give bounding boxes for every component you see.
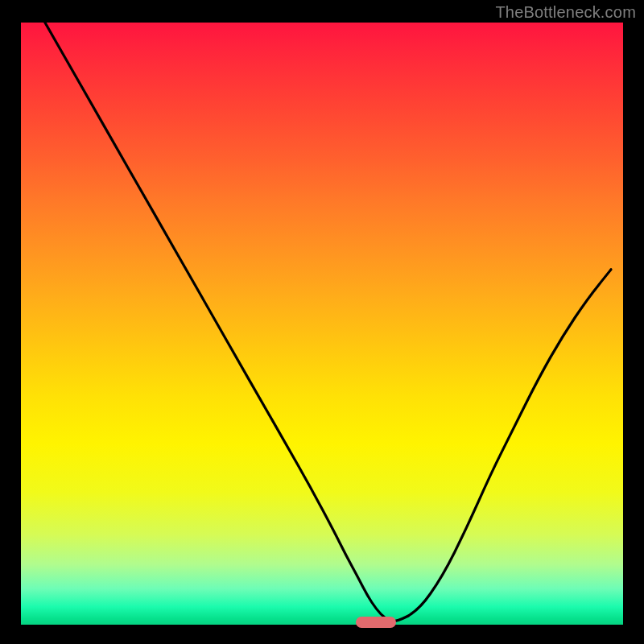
minimum-marker-pill [356,617,396,628]
curve-svg [21,23,623,625]
chart-frame: TheBottleneck.com [0,0,644,644]
bottleneck-curve [45,23,611,621]
watermark-text: TheBottleneck.com [495,3,636,22]
